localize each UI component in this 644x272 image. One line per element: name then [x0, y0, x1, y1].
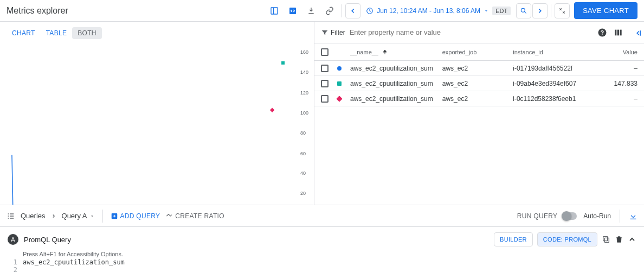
cell-value: – [605, 65, 637, 72]
cell-job: aws_ec2 [442, 95, 513, 103]
chart-panel: CHART TABLE BOTH 02040 6080100 120140160… [0, 22, 314, 205]
select-all-checkbox[interactable] [321, 48, 329, 56]
filter-row: Filter ? [314, 22, 644, 43]
help-icon[interactable]: ? [597, 28, 607, 37]
svg-text:100: 100 [300, 110, 308, 116]
svg-rect-28 [270, 107, 274, 112]
col-header-instance[interactable]: instance_id [513, 49, 605, 55]
code-mode-button[interactable]: CODE: PROMQL [537, 232, 597, 246]
svg-rect-34 [620, 29, 621, 35]
save-chart-button[interactable]: SAVE CHART [574, 2, 637, 19]
series-marker-icon [337, 66, 342, 71]
cell-name: aws_ec2_cpuutilization_sum [350, 65, 442, 72]
code-icon[interactable] [284, 2, 301, 20]
svg-rect-32 [615, 29, 616, 35]
header: Metrics explorer Jun 12, 10:24 AM - Jun … [0, 0, 644, 22]
filter-icon [321, 29, 329, 36]
row-checkbox[interactable] [321, 95, 329, 103]
series-marker-icon [336, 96, 342, 102]
collapse-panel-icon[interactable] [634, 29, 642, 37]
cell-instance: i-017193daff456522f [513, 65, 605, 72]
cell-value: – [605, 95, 637, 103]
accessibility-hint: Press Alt+F1 for Accessibility Options. [8, 251, 636, 257]
svg-text:?: ? [601, 29, 604, 35]
add-query-button[interactable]: ADD QUERY [111, 212, 160, 220]
table-panel: Filter ? __name__ exported_job instance_… [314, 22, 644, 205]
table-row[interactable]: aws_ec2_cpuutilization_sum aws_ec2 i-017… [314, 61, 644, 76]
svg-rect-27 [281, 61, 285, 65]
code-text: aws_ec2_cpuutilization_sum [23, 258, 125, 266]
builder-mode-button[interactable]: BUILDER [494, 232, 533, 246]
svg-text:160: 160 [300, 49, 308, 55]
zoom-icon[interactable] [516, 3, 531, 18]
svg-text:140: 140 [300, 69, 308, 75]
chevron-right-icon [51, 213, 56, 219]
filter-label: Filter [321, 29, 345, 36]
autorun-label: Auto-Run [583, 212, 611, 220]
query-letter-badge: A [8, 234, 18, 245]
dropdown-icon [484, 8, 489, 14]
cell-instance: i-09ab4e3ed394ef607 [513, 80, 605, 87]
link-icon[interactable] [321, 2, 338, 20]
current-query[interactable]: Query A [62, 212, 95, 220]
svg-text:120: 120 [300, 90, 308, 96]
svg-rect-33 [617, 29, 619, 35]
divider [551, 4, 551, 17]
tz-badge: EDT [492, 7, 511, 15]
promql-section: A PromQL Query BUILDER CODE: PROMQL Pres… [0, 227, 644, 272]
tab-table[interactable]: TABLE [41, 27, 73, 39]
sort-asc-icon [382, 49, 388, 55]
table-row[interactable]: aws_ec2_cpuutilization_sum aws_ec2 i-0c1… [314, 91, 644, 106]
row-checkbox[interactable] [321, 80, 329, 87]
tab-chart[interactable]: CHART [7, 27, 41, 39]
columns-icon[interactable] [614, 28, 622, 37]
svg-rect-37 [604, 238, 609, 242]
svg-rect-0 [271, 8, 278, 14]
page-title: Metrics explorer [7, 6, 68, 16]
col-header-job[interactable]: exported_job [442, 49, 513, 55]
filter-input[interactable] [350, 28, 593, 36]
download-icon[interactable] [302, 2, 320, 20]
cell-name: aws_ec2_cpuutilization_sum [350, 80, 442, 87]
create-ratio-button[interactable]: CREATE RATIO [165, 212, 224, 220]
cell-job: aws_ec2 [442, 65, 513, 72]
time-range-label: Jun 12, 10:24 AM - Jun 13, 8:06 AM [377, 7, 480, 15]
delete-icon[interactable] [615, 235, 623, 244]
collapse-down-icon[interactable] [629, 212, 637, 220]
col-header-value[interactable]: Value [605, 49, 637, 55]
time-range-picker[interactable]: Jun 12, 10:24 AM - Jun 13, 8:06 AM EDT [362, 7, 515, 15]
chevron-up-icon[interactable] [628, 235, 636, 244]
filter-actions: ? [597, 28, 622, 37]
cell-value: 147.833 [605, 80, 637, 87]
list-icon [7, 212, 15, 220]
code-editor[interactable]: 2 [8, 266, 636, 272]
cell-job: aws_ec2 [442, 80, 513, 87]
svg-text:20: 20 [300, 191, 306, 196]
clock-icon [366, 7, 373, 15]
query-bar: Queries Query A ADD QUERY CREATE RATIO R… [0, 205, 644, 227]
ratio-icon [165, 212, 173, 220]
svg-rect-38 [603, 237, 608, 241]
row-checkbox[interactable] [321, 65, 329, 72]
tab-both[interactable]: BOTH [72, 27, 102, 39]
code-editor[interactable]: 1 aws_ec2_cpuutilization_sum [8, 258, 636, 266]
chart-svg: 02040 6080100 120140160 UTC-4 2:00 PM4:0… [0, 22, 314, 205]
copy-icon[interactable] [602, 235, 610, 244]
promql-title: PromQL Query [24, 236, 71, 244]
main-area: CHART TABLE BOTH 02040 6080100 120140160… [0, 22, 644, 205]
compare-icon[interactable] [555, 3, 570, 18]
divider [342, 4, 342, 17]
divider [620, 210, 620, 223]
run-query-button[interactable]: RUN QUERY [517, 212, 558, 220]
series-marker-icon [337, 81, 342, 86]
next-time-icon[interactable] [532, 3, 548, 18]
prev-time-icon[interactable] [345, 3, 360, 18]
table-row[interactable]: aws_ec2_cpuutilization_sum aws_ec2 i-09a… [314, 76, 644, 91]
layout-icon[interactable] [266, 2, 283, 20]
plus-icon [111, 212, 118, 220]
col-header-name[interactable]: __name__ [350, 49, 442, 55]
queries-label: Queries [21, 212, 46, 220]
svg-text:60: 60 [300, 151, 306, 156]
svg-text:80: 80 [300, 130, 306, 136]
autorun-toggle[interactable] [564, 212, 577, 220]
